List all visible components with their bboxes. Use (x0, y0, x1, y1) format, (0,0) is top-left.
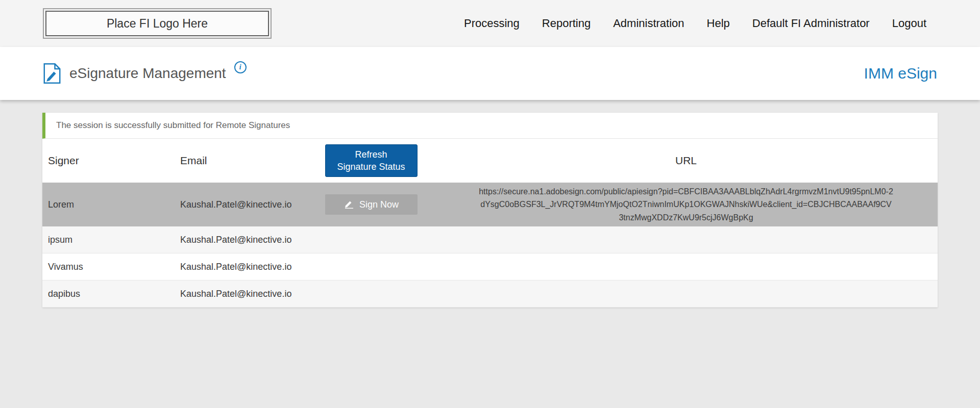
signer-name: Vivamus (42, 262, 180, 272)
success-alert: The session is successfully submitted fo… (42, 113, 938, 139)
info-icon[interactable]: i (234, 61, 247, 73)
signer-name: ipsum (42, 235, 180, 245)
nav-item-processing[interactable]: Processing (464, 17, 520, 30)
success-alert-message: The session is successfully submitted fo… (56, 120, 290, 131)
refresh-button-line1: Refresh (355, 148, 387, 161)
signer-name: dapibus (42, 289, 180, 299)
info-icon-glyph: i (239, 63, 241, 71)
nav-item-help[interactable]: Help (707, 17, 730, 30)
signer-email: Kaushal.Patel@kinective.io (180, 289, 308, 299)
page-header: eSignature Management i IMM eSign (0, 47, 980, 100)
page-title-group: eSignature Management i (43, 63, 247, 84)
nav-item-reporting[interactable]: Reporting (542, 17, 591, 30)
table-row-dapibus[interactable]: dapibus Kaushal.Patel@kinective.io (42, 280, 938, 308)
fi-logo-text: Place FI Logo Here (107, 17, 208, 31)
pen-icon (344, 200, 355, 209)
page-title: eSignature Management (69, 65, 226, 82)
signer-email: Kaushal.Patel@kinective.io (180, 235, 308, 245)
content-area: The session is successfully submitted fo… (0, 100, 980, 408)
fi-logo-inner-frame: Place FI Logo Here (45, 11, 269, 36)
nav-item-administration[interactable]: Administration (613, 17, 684, 30)
signer-name: Lorem (42, 199, 180, 210)
table-row-lorem[interactable]: Lorem Kaushal.Patel@kinective.io Sign No… (42, 183, 938, 226)
brand-imm-esign: IMM eSign (864, 65, 937, 82)
signer-email: Kaushal.Patel@kinective.io (180, 199, 308, 210)
signers-panel: The session is successfully submitted fo… (42, 113, 938, 308)
signing-url: https://secure.na1.adobesign.com/public/… (474, 185, 898, 224)
refresh-button-line2: Signature Status (337, 161, 405, 173)
sign-now-button[interactable]: Sign Now (325, 194, 418, 215)
top-navigation-bar: Place FI Logo Here Processing Reporting … (0, 0, 980, 47)
table-row-vivamus[interactable]: Vivamus Kaushal.Patel@kinective.io (42, 253, 938, 280)
refresh-signature-status-button[interactable]: Refresh Signature Status (325, 144, 418, 177)
refresh-button-cell: Refresh Signature Status (308, 144, 434, 177)
main-nav: Processing Reporting Administration Help… (464, 17, 926, 30)
table-header-row: Signer Email Refresh Signature Status UR… (42, 139, 938, 183)
signer-email: Kaushal.Patel@kinective.io (180, 262, 308, 272)
table-row-ipsum[interactable]: ipsum Kaushal.Patel@kinective.io (42, 226, 938, 253)
sign-now-cell: Sign Now (308, 194, 434, 215)
column-header-signer: Signer (42, 155, 180, 167)
column-header-email: Email (180, 155, 308, 167)
fi-logo-placeholder: Place FI Logo Here (43, 8, 272, 39)
nav-item-user-menu[interactable]: Default FI Administrator (752, 17, 870, 30)
esignature-document-icon (43, 63, 61, 84)
column-header-url: URL (434, 155, 938, 167)
nav-item-logout[interactable]: Logout (892, 17, 926, 30)
sign-now-label: Sign Now (359, 199, 399, 210)
